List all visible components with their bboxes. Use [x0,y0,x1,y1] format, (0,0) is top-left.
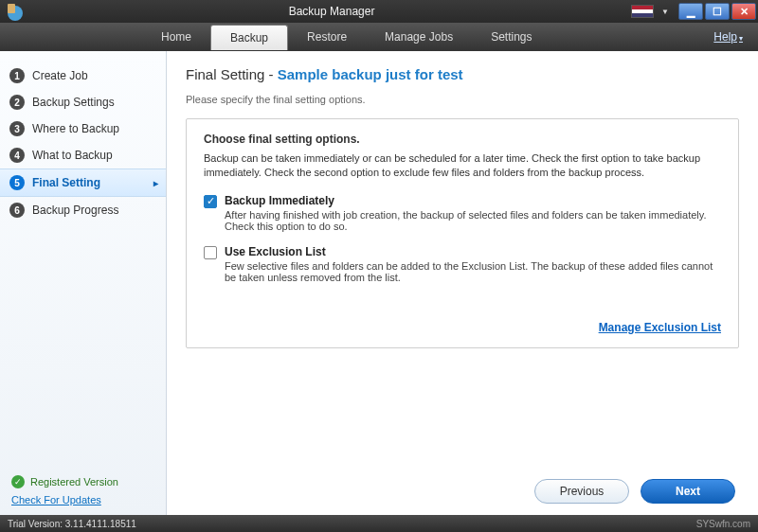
option-label: Use Exclusion List [225,245,721,258]
chevron-down-icon: ▾ [739,34,743,43]
svg-rect-1 [8,4,15,13]
step-backup-settings[interactable]: 2Backup Settings [0,89,166,115]
option-desc: Few selective files and folders can be a… [225,260,721,283]
title-bar: Backup Manager ▼ ▁ ☐ ✕ [0,0,758,23]
step-label: Backup Settings [32,96,115,109]
watermark: SYSwfn.com [696,519,750,529]
wizard-steps: 1Create Job 2Backup Settings 3Where to B… [0,51,166,223]
step-label: Where to Backup [32,122,119,135]
locale-flag-icon[interactable] [631,5,654,18]
trial-version-label: Trial Version: 3.11.4111.18511 [8,519,136,529]
step-label: Backup Progress [32,204,118,217]
window-title: Backup Manager [32,5,631,18]
step-what-to-backup[interactable]: 4What to Backup [0,142,166,168]
step-label: What to Backup [32,149,113,162]
option-backup-immediately[interactable]: ✓ Backup Immediately After having finish… [204,194,721,232]
step-where-to-backup[interactable]: 3Where to Backup [0,115,166,142]
manage-exclusion-link[interactable]: Manage Exclusion List [599,321,721,334]
job-name: Sample backup just for test [278,66,463,82]
tab-home[interactable]: Home [142,25,210,49]
step-backup-progress[interactable]: 6Backup Progress [0,197,166,223]
option-use-exclusion-list[interactable]: Use Exclusion List Few selective files a… [204,245,721,283]
minimize-button[interactable]: ▁ [678,3,703,20]
tab-settings[interactable]: Settings [472,25,550,49]
tab-manage-jobs[interactable]: Manage Jobs [366,25,472,49]
status-bar: Trial Version: 3.11.4111.18511 SYSwfn.co… [0,515,758,532]
menu-bar: Home Backup Restore Manage Jobs Settings… [0,23,758,51]
manage-exclusion-row: Manage Exclusion List [204,321,721,334]
option-label: Backup Immediately [225,194,721,207]
tab-backup[interactable]: Backup [210,25,288,50]
window-controls: ▁ ☐ ✕ [677,3,756,20]
option-desc: After having finished with job creation,… [225,209,721,232]
panel-heading: Choose final setting options. [204,133,721,146]
step-label: Final Setting [32,176,100,189]
checkbox-icon: ✓ [204,195,217,208]
step-final-setting[interactable]: 5Final Setting [0,168,166,197]
page-subtitle: Please specify the final setting options… [186,94,739,105]
wizard-sidebar: 1Create Job 2Backup Settings 3Where to B… [0,51,167,515]
checkbox-icon [204,246,217,259]
registered-label: Registered Version [30,476,118,488]
options-panel: Choose final setting options. Backup can… [186,118,739,348]
chevron-down-icon[interactable]: ▼ [661,8,669,16]
maximize-button[interactable]: ☐ [705,3,730,20]
registered-status: ✓ Registered Version [11,475,154,488]
next-button[interactable]: Next [641,479,735,504]
page-title: Final Setting - Sample backup just for t… [186,66,739,82]
sidebar-footer: ✓ Registered Version Check For Updates [0,466,166,515]
main-panel: Final Setting - Sample backup just for t… [167,51,758,515]
app-icon [2,2,28,21]
close-button[interactable]: ✕ [731,3,756,20]
step-create-job[interactable]: 1Create Job [0,62,166,89]
content-area: 1Create Job 2Backup Settings 3Where to B… [0,51,758,515]
wizard-buttons: Previous Next [186,466,739,504]
check-circle-icon: ✓ [11,475,25,488]
step-label: Create Job [32,69,88,82]
help-menu[interactable]: Help▾ [713,30,749,44]
previous-button[interactable]: Previous [534,479,629,504]
tab-restore[interactable]: Restore [288,25,366,49]
panel-intro: Backup can be taken immediately or can b… [204,151,721,181]
check-updates-link[interactable]: Check For Updates [11,494,154,505]
